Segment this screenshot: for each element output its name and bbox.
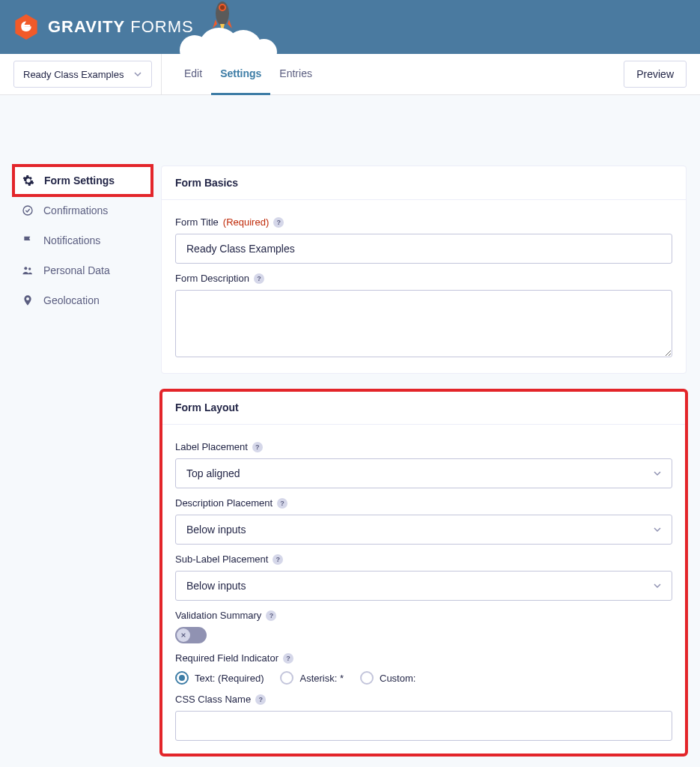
topbar: GRAVITY FORMS [0,0,700,54]
panel-heading: Form Layout [162,391,686,425]
preview-button[interactable]: Preview [624,61,687,88]
help-icon[interactable]: ? [273,217,284,228]
css-class-input[interactable] [175,711,672,741]
help-icon[interactable]: ? [283,653,293,664]
location-pin-icon [21,294,34,307]
people-icon [21,264,34,277]
svg-point-6 [24,267,27,270]
help-icon[interactable]: ? [277,498,287,509]
brand-logo-icon [13,14,39,40]
tab-entries[interactable]: Entries [270,54,321,95]
radio-custom[interactable]: Custom: [360,671,416,685]
help-icon[interactable]: ? [273,554,283,565]
check-circle-icon [21,204,34,217]
label-placement-select[interactable] [175,458,672,488]
radio-label: Asterisk: * [299,673,344,684]
form-title-label: Form Title (Required) ? [175,216,672,228]
help-icon[interactable]: ? [254,273,264,284]
help-icon[interactable]: ? [252,442,263,452]
radio-text-required[interactable]: Text: (Required) [175,671,264,685]
sidebar-item-personal-data[interactable]: Personal Data [13,255,152,285]
sidebar-label: Geolocation [43,294,100,306]
svg-point-4 [220,5,225,10]
required-indicator-label: Required Field Indicator ? [175,652,672,664]
form-description-label: Form Description ? [175,273,672,284]
close-icon [180,632,186,638]
radio-icon [175,671,189,685]
sidebar-item-geolocation[interactable]: Geolocation [13,285,152,315]
main-content: Form Basics Form Title (Required) ? Form… [152,95,687,767]
radio-label: Custom: [380,673,416,684]
tabs: Edit Settings Entries [175,54,321,95]
gear-icon [22,174,35,187]
svg-point-5 [23,206,32,215]
sidebar-item-form-settings[interactable]: Form Settings [13,166,152,195]
brand-strong: GRAVITY [48,17,125,36]
description-placement-label: Description Placement ? [175,497,672,509]
sidebar-item-confirmations[interactable]: Confirmations [13,195,152,225]
sidebar-label: Notifications [43,234,100,246]
radio-icon [360,671,374,685]
required-tag: (Required) [223,216,269,228]
sidebar-label: Form Settings [44,175,115,187]
validation-summary-toggle[interactable] [175,627,207,643]
rocket-decoration [176,9,266,54]
subnav: Ready Class Examples Edit Settings Entri… [0,54,700,95]
help-icon[interactable]: ? [255,694,266,705]
form-selector-value: Ready Class Examples [23,69,124,80]
sublabel-placement-label: Sub-Label Placement ? [175,554,672,565]
sidebar-label: Confirmations [43,204,108,216]
toggle-knob [177,628,190,642]
brand-text: GRAVITY FORMS [48,17,194,37]
label-placement-label: Label Placement ? [175,441,672,452]
sidebar: Form Settings Confirmations Notification… [13,166,152,315]
sidebar-item-notifications[interactable]: Notifications [13,225,152,255]
description-placement-select[interactable] [175,515,672,545]
panel-form-layout: Form Layout Label Placement ? Descriptio… [161,390,687,755]
validation-summary-label: Validation Summary ? [175,610,672,621]
radio-asterisk[interactable]: Asterisk: * [280,671,344,685]
help-icon[interactable]: ? [266,610,276,621]
form-description-textarea[interactable] [175,290,672,357]
panel-form-basics: Form Basics Form Title (Required) ? Form… [161,166,687,374]
divider [161,54,162,95]
sidebar-label: Personal Data [43,264,110,276]
svg-point-7 [28,267,31,270]
form-selector-dropdown[interactable]: Ready Class Examples [13,61,152,88]
radio-icon [280,671,293,685]
svg-rect-1 [22,25,25,31]
chevron-down-icon [133,70,142,79]
flag-icon [21,234,34,247]
tab-settings[interactable]: Settings [211,54,270,95]
css-class-label: CSS Class Name ? [175,694,672,705]
sublabel-placement-select[interactable] [175,571,672,601]
panel-heading: Form Basics [162,166,686,200]
tab-edit[interactable]: Edit [175,54,211,95]
radio-label: Text: (Required) [195,673,264,684]
form-title-input[interactable] [175,234,672,264]
